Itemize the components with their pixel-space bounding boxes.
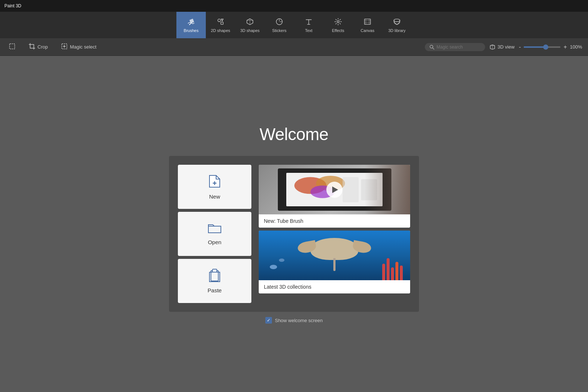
play-triangle-icon xyxy=(332,186,338,193)
svg-rect-12 xyxy=(208,226,221,233)
collections-bg xyxy=(259,231,410,280)
magic-search-container xyxy=(425,43,485,51)
paste-label: Paste xyxy=(208,287,222,293)
3d-collections-card[interactable]: Latest 3D collections xyxy=(259,231,410,293)
tube-brush-image xyxy=(259,165,410,214)
tool-3d-shapes[interactable]: 3D shapes xyxy=(235,12,265,38)
3d-shapes-label: 3D shapes xyxy=(240,28,260,33)
show-welcome-label[interactable]: Show welcome screen xyxy=(275,318,323,323)
3d-collections-label: Latest 3D collections xyxy=(259,280,410,293)
action-cards: New Open xyxy=(178,165,251,303)
new-file-icon xyxy=(208,174,221,190)
welcome-title: Welcome xyxy=(259,124,328,144)
play-button[interactable] xyxy=(326,182,343,198)
welcome-content: New Open xyxy=(169,156,419,312)
zoom-minus[interactable]: - xyxy=(519,44,521,50)
effects-label: Effects xyxy=(332,28,344,33)
tool-2d-shapes[interactable]: 2D shapes xyxy=(206,12,235,38)
checkbox-row: ✓ Show welcome screen xyxy=(265,317,323,324)
text-icon xyxy=(305,18,313,27)
2d-shapes-icon xyxy=(216,18,225,27)
effects-icon xyxy=(334,18,342,27)
open-label: Open xyxy=(208,239,222,245)
zoom-value: 100% xyxy=(570,44,582,50)
zoom-plus[interactable]: + xyxy=(563,44,567,50)
tool-text[interactable]: Text xyxy=(294,12,323,38)
subtoolbar-right: 3D view - + 100% xyxy=(425,43,582,51)
magic-select-icon xyxy=(61,43,68,51)
svg-line-0 xyxy=(189,23,191,25)
zoom-controls: - + 100% xyxy=(519,44,582,50)
tool-3d-library[interactable]: 3D library xyxy=(382,12,412,38)
main-area: Welcome New xyxy=(0,56,588,392)
magic-search-input[interactable] xyxy=(437,44,481,50)
text-label: Text xyxy=(305,28,312,33)
zoom-slider[interactable] xyxy=(524,46,560,48)
tool-stickers[interactable]: Stickers xyxy=(265,12,294,38)
3d-view-icon xyxy=(490,44,495,50)
tool-brushes[interactable]: Brushes xyxy=(176,12,206,38)
fish-small-2 xyxy=(279,259,284,262)
stickers-label: Stickers xyxy=(272,28,286,33)
app-title: Paint 3D xyxy=(4,3,21,8)
crop-label: Crop xyxy=(37,44,48,50)
svg-rect-5 xyxy=(365,19,371,24)
clipboard-icon xyxy=(209,268,220,284)
coral xyxy=(382,258,403,280)
svg-point-6 xyxy=(394,19,400,21)
tube-brush-label: New: Tube Brush xyxy=(259,214,410,228)
3d-collections-image xyxy=(259,231,410,280)
magic-select-label: Magic select xyxy=(70,44,96,50)
tool-canvas[interactable]: Canvas xyxy=(353,12,382,38)
folder-icon xyxy=(208,222,222,236)
brushes-icon xyxy=(187,18,195,27)
brushes-label: Brushes xyxy=(184,28,198,33)
feature-cards: New: Tube Brush xyxy=(259,165,410,303)
svg-rect-19 xyxy=(343,177,359,202)
tool-effects[interactable]: Effects xyxy=(323,12,353,38)
stickers-icon xyxy=(275,18,283,27)
magic-select-tool[interactable]: Magic select xyxy=(58,42,99,53)
2d-shapes-label: 2D shapes xyxy=(211,28,230,33)
3d-view-label: 3D view xyxy=(498,44,514,50)
crop-tool[interactable]: Crop xyxy=(26,42,51,53)
new-label: New xyxy=(209,193,220,200)
paste-card[interactable]: Paste xyxy=(178,259,251,303)
sub-toolbar: Crop Magic select 3D view xyxy=(0,38,588,56)
svg-point-4 xyxy=(337,21,339,23)
title-bar: Paint 3D xyxy=(0,0,588,12)
fish-small xyxy=(270,265,277,269)
search-icon xyxy=(429,44,434,50)
crop-icon xyxy=(29,43,35,51)
3d-library-icon xyxy=(393,18,401,27)
select-tool[interactable] xyxy=(6,42,18,53)
show-welcome-checkbox[interactable]: ✓ xyxy=(265,317,272,324)
svg-rect-2 xyxy=(221,22,223,24)
svg-point-1 xyxy=(218,19,220,21)
3d-view-toggle[interactable]: 3D view xyxy=(490,44,514,50)
3d-library-label: 3D library xyxy=(388,28,405,33)
3d-shapes-icon xyxy=(246,18,254,27)
tube-brush-card[interactable]: New: Tube Brush xyxy=(259,165,410,228)
canvas-icon xyxy=(363,18,372,27)
canvas-label: Canvas xyxy=(361,28,374,33)
checkbox-check-icon: ✓ xyxy=(267,318,270,322)
zoom-thumb xyxy=(543,44,548,50)
svg-rect-14 xyxy=(212,269,217,272)
select-icon xyxy=(9,43,15,51)
svg-rect-7 xyxy=(10,44,15,49)
open-card[interactable]: Open xyxy=(178,212,251,256)
welcome-panel: Welcome New xyxy=(169,124,419,324)
stingray xyxy=(311,238,358,260)
main-toolbar: Brushes 2D shapes 3D shapes xyxy=(0,12,588,38)
new-card[interactable]: New xyxy=(178,165,251,209)
